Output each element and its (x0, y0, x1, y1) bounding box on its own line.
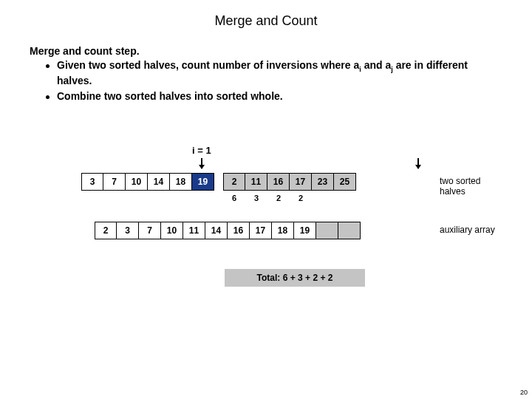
aux-cell: 10 (161, 222, 183, 239)
half-cell: 23 (312, 173, 334, 191)
aux-cell: 18 (272, 222, 294, 239)
aux-cell: 14 (205, 222, 228, 239)
half-cell: 16 (267, 173, 290, 191)
aux-cell: 19 (294, 222, 316, 239)
halves-label: two sorted halves (440, 176, 502, 197)
diagram: i = 1 371014181921116172325 6322 2371011… (30, 145, 502, 330)
half-cell: 18 (170, 173, 192, 191)
half-cell: 25 (334, 173, 356, 191)
aux-cell: 3 (117, 222, 139, 239)
count-value (334, 194, 356, 202)
aux-label: auxiliary array (440, 225, 495, 235)
half-cell: 7 (103, 173, 126, 191)
arrow-down-icon (201, 158, 202, 168)
half-cell: 3 (81, 173, 103, 191)
content-block: Merge and count step. Given two sorted h… (0, 29, 532, 330)
bullet-text: Combine two sorted halves into sorted wh… (57, 89, 283, 103)
aux-cell: 11 (183, 222, 205, 239)
aux-cell: 16 (228, 222, 250, 239)
count-value: 2 (290, 194, 312, 202)
inversion-counts-row: 6322 (223, 194, 356, 202)
aux-cell (316, 222, 338, 239)
aux-cell (338, 222, 361, 239)
half-cell: 2 (223, 173, 245, 191)
bullet-item: Given two sorted halves, count number of… (46, 58, 502, 88)
count-value (312, 194, 334, 202)
section-heading: Merge and count step. (30, 45, 502, 57)
index-i-label: i = 1 (192, 145, 211, 156)
total-box: Total: 6 + 3 + 2 + 2 (225, 269, 365, 287)
page-title: Merge and Count (0, 0, 532, 29)
bullet-item: Combine two sorted halves into sorted wh… (46, 89, 502, 103)
count-value: 6 (223, 194, 245, 202)
half-cell: 14 (148, 173, 170, 191)
half-cell: 17 (290, 173, 312, 191)
bullet-dot-icon (46, 95, 50, 99)
count-value: 3 (245, 194, 267, 202)
bullet-dot-icon (46, 64, 50, 68)
bullet-list: Given two sorted halves, count number of… (46, 58, 502, 103)
half-cell: 10 (126, 173, 148, 191)
auxiliary-array-row: 23710111416171819 (95, 222, 361, 239)
aux-cell: 17 (250, 222, 272, 239)
half-cell: 19 (192, 173, 214, 191)
page-number: 20 (520, 389, 528, 396)
arrow-down-icon (417, 158, 419, 168)
aux-cell: 2 (95, 222, 117, 239)
bullet-text: Given two sorted halves, count number of… (57, 58, 502, 88)
count-value: 2 (267, 194, 290, 202)
half-cell: 11 (245, 173, 267, 191)
aux-cell: 7 (139, 222, 161, 239)
sorted-halves-row: 371014181921116172325 (81, 173, 356, 191)
